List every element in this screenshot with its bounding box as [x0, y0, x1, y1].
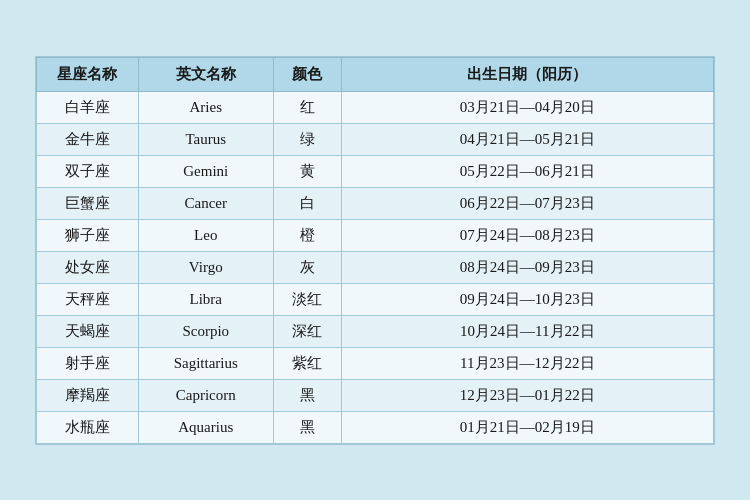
cell-date: 07月24日—08月23日	[341, 219, 713, 251]
cell-color: 绿	[273, 123, 341, 155]
cell-color: 紫红	[273, 347, 341, 379]
cell-date: 09月24日—10月23日	[341, 283, 713, 315]
cell-color: 黑	[273, 411, 341, 443]
cell-chinese: 射手座	[37, 347, 139, 379]
cell-english: Capricorn	[138, 379, 273, 411]
cell-chinese: 双子座	[37, 155, 139, 187]
cell-date: 10月24日—11月22日	[341, 315, 713, 347]
header-date: 出生日期（阳历）	[341, 57, 713, 91]
zodiac-table-container: 星座名称 英文名称 颜色 出生日期（阳历） 白羊座Aries红03月21日—04…	[35, 56, 715, 445]
table-row: 处女座Virgo灰08月24日—09月23日	[37, 251, 714, 283]
cell-chinese: 水瓶座	[37, 411, 139, 443]
header-english: 英文名称	[138, 57, 273, 91]
cell-color: 白	[273, 187, 341, 219]
table-row: 天秤座Libra淡红09月24日—10月23日	[37, 283, 714, 315]
cell-color: 红	[273, 91, 341, 123]
zodiac-table: 星座名称 英文名称 颜色 出生日期（阳历） 白羊座Aries红03月21日—04…	[36, 57, 714, 444]
table-row: 水瓶座Aquarius黑01月21日—02月19日	[37, 411, 714, 443]
cell-date: 12月23日—01月22日	[341, 379, 713, 411]
cell-english: Gemini	[138, 155, 273, 187]
cell-date: 08月24日—09月23日	[341, 251, 713, 283]
cell-color: 灰	[273, 251, 341, 283]
cell-color: 深红	[273, 315, 341, 347]
cell-date: 05月22日—06月21日	[341, 155, 713, 187]
cell-english: Libra	[138, 283, 273, 315]
cell-english: Aquarius	[138, 411, 273, 443]
cell-date: 03月21日—04月20日	[341, 91, 713, 123]
cell-chinese: 巨蟹座	[37, 187, 139, 219]
table-row: 双子座Gemini黄05月22日—06月21日	[37, 155, 714, 187]
cell-color: 黄	[273, 155, 341, 187]
table-row: 狮子座Leo橙07月24日—08月23日	[37, 219, 714, 251]
table-row: 巨蟹座Cancer白06月22日—07月23日	[37, 187, 714, 219]
cell-color: 黑	[273, 379, 341, 411]
table-row: 白羊座Aries红03月21日—04月20日	[37, 91, 714, 123]
cell-color: 淡红	[273, 283, 341, 315]
table-row: 摩羯座Capricorn黑12月23日—01月22日	[37, 379, 714, 411]
cell-color: 橙	[273, 219, 341, 251]
cell-english: Taurus	[138, 123, 273, 155]
cell-chinese: 金牛座	[37, 123, 139, 155]
cell-english: Sagittarius	[138, 347, 273, 379]
cell-chinese: 处女座	[37, 251, 139, 283]
table-row: 金牛座Taurus绿04月21日—05月21日	[37, 123, 714, 155]
table-header-row: 星座名称 英文名称 颜色 出生日期（阳历）	[37, 57, 714, 91]
cell-date: 04月21日—05月21日	[341, 123, 713, 155]
cell-date: 01月21日—02月19日	[341, 411, 713, 443]
cell-chinese: 狮子座	[37, 219, 139, 251]
table-row: 天蝎座Scorpio深红10月24日—11月22日	[37, 315, 714, 347]
cell-chinese: 白羊座	[37, 91, 139, 123]
cell-date: 06月22日—07月23日	[341, 187, 713, 219]
table-row: 射手座Sagittarius紫红11月23日—12月22日	[37, 347, 714, 379]
cell-chinese: 摩羯座	[37, 379, 139, 411]
cell-english: Scorpio	[138, 315, 273, 347]
cell-english: Cancer	[138, 187, 273, 219]
cell-chinese: 天蝎座	[37, 315, 139, 347]
header-chinese: 星座名称	[37, 57, 139, 91]
cell-english: Leo	[138, 219, 273, 251]
cell-date: 11月23日—12月22日	[341, 347, 713, 379]
cell-chinese: 天秤座	[37, 283, 139, 315]
header-color: 颜色	[273, 57, 341, 91]
cell-english: Aries	[138, 91, 273, 123]
cell-english: Virgo	[138, 251, 273, 283]
